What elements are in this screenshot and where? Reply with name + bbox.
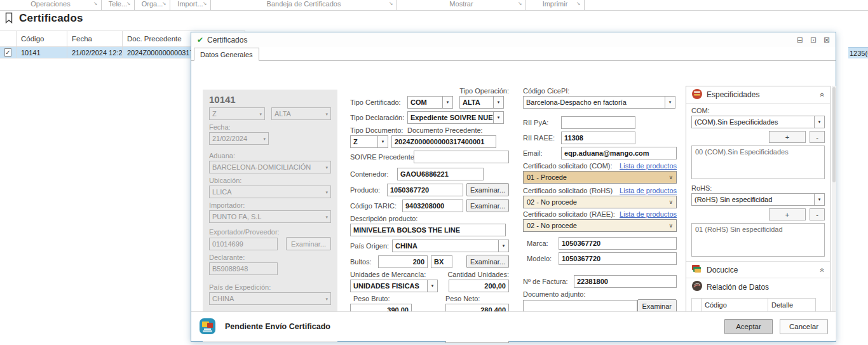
exportador-examinar-button[interactable]: Examinar... [286,237,331,250]
operacion-combo[interactable]: ALTA [271,107,331,120]
com-remove-button[interactable]: - [810,131,825,143]
cantidad-field[interactable]: 200,00 [449,280,509,292]
ubicacion-combo[interactable]: LLICA [209,186,331,198]
relacion-datos-header[interactable]: Relación de Datos [686,278,830,295]
ribbon-group-orga[interactable]: Orga... [135,0,170,10]
ribbon-group-label[interactable]: Operaciones [31,0,70,8]
group-launcher-icon[interactable] [125,1,132,7]
codigo-taric-field[interactable]: 9403208000 [402,200,463,212]
chevron-down-icon[interactable] [668,220,673,231]
marca-field[interactable]: 1050367720 [559,237,677,250]
rohs-combo[interactable]: (RoHS) Sin especificidad [691,193,825,206]
chevron-down-icon[interactable] [668,196,673,208]
modelo-field[interactable]: 1050367720 [559,252,677,265]
tipo-operacion-combo[interactable]: ALTA [459,96,504,109]
dropdown-arrow-icon[interactable] [325,211,328,222]
docucice-header[interactable]: Docucice « [686,261,830,278]
column-header-codigo[interactable]: Código [17,31,67,47]
dropdown-arrow-icon[interactable] [493,112,503,123]
ribbon-group-label[interactable]: Mostrar [449,0,473,8]
cicepi-combo[interactable]: Barcelona-Despacho en factoría [523,96,675,109]
column-header-fecha[interactable]: Fecha [67,31,123,47]
group-launcher-icon[interactable] [201,1,208,7]
ribbon-group-label[interactable]: Imprimir [543,0,568,8]
row-checkbox[interactable] [4,48,11,57]
cancelar-button[interactable]: Cancelar [780,319,828,334]
declarante-field[interactable]: B59088948 [209,262,278,275]
taric-examinar-button[interactable]: Examinar... [466,199,509,212]
rohs-add-button[interactable]: + [769,208,806,220]
minimize-button[interactable]: ⊟ [797,36,803,44]
group-launcher-icon[interactable] [388,1,394,7]
bultos-field[interactable]: 200 [378,255,428,268]
producto-examinar-button[interactable]: Examinar... [466,183,509,196]
collapse-chevron-icon[interactable]: « [819,93,827,97]
cert-com-combo[interactable]: 01 - Procede [523,171,677,184]
tipo-declaracion-combo[interactable]: Expediente SOIVRE NUEVO [407,111,504,124]
dropdown-arrow-icon[interactable] [665,97,675,108]
producto-field[interactable]: 1050367720 [387,184,463,196]
bultos-unidad-field[interactable]: BX [431,255,452,268]
rii-raee-field[interactable]: 11308 [561,132,635,144]
close-button[interactable]: ⊠ [824,36,830,44]
dropdown-arrow-icon[interactable] [442,97,452,108]
ribbon-group-label[interactable]: Import... [177,0,203,8]
dialog-title-bar[interactable]: ✔ Certificados ⊟ ⊡ ⊠ [191,32,836,47]
dropdown-arrow-icon[interactable] [325,186,328,198]
dropdown-arrow-icon[interactable] [259,108,262,119]
lista-productos-raee-link[interactable]: Lista de productos [620,210,677,218]
lista-productos-rohs-link[interactable]: Lista de productos [620,187,677,194]
ribbon-group-label[interactable]: Bandeja de Certificados [267,0,341,8]
chevron-down-icon[interactable] [668,172,673,183]
ribbon-group-label[interactable]: Orga... [142,0,163,8]
com-add-button[interactable]: + [769,131,806,143]
select-column-header[interactable] [0,31,17,47]
com-combo[interactable]: (COM).Sin Especificidades [691,116,825,128]
rii-pya-field[interactable] [561,116,635,129]
dropdown-arrow-icon[interactable] [263,133,266,144]
exportador-field[interactable]: 01014699 [209,238,278,250]
grid-column-detalle[interactable]: Detalle [768,299,816,312]
com-text-area[interactable]: 00 (COM).Sin Especificidades [691,145,825,179]
ribbon-group-operaciones[interactable]: Operaciones [0,0,102,10]
tipo-combo[interactable]: Z [209,107,265,120]
rohs-remove-button[interactable]: - [810,208,825,220]
ribbon-group-label[interactable]: Tele... [109,0,127,8]
group-launcher-icon[interactable] [92,1,98,7]
aduana-combo[interactable]: BARCELONA-DOMICILIACIÓN [209,161,331,173]
dropdown-arrow-icon[interactable] [377,136,388,147]
pais-origen-combo[interactable]: CHINA [392,240,509,252]
tipo-documento-combo[interactable]: Z [350,135,388,148]
dropdown-arrow-icon[interactable] [814,194,824,205]
dropdown-arrow-icon[interactable] [325,293,328,304]
pais-expedicion-combo[interactable]: CHINA [209,292,331,305]
dropdown-arrow-icon[interactable] [493,97,503,108]
dropdown-arrow-icon[interactable] [814,116,824,128]
ribbon-group-mostrar[interactable]: Mostrar [397,0,526,10]
documento-precedente-field[interactable]: 2024Z000000000317400001 [391,135,496,148]
tipo-certificado-combo[interactable]: COM [407,96,453,109]
especificidades-header[interactable]: Especificidades « [686,86,830,104]
group-launcher-icon[interactable] [575,1,581,7]
unidades-combo[interactable]: UNIDADES FISICAS [350,280,438,292]
ribbon-group-tele[interactable]: Tele... [102,0,135,10]
lista-productos-com-link[interactable]: Lista de productos [620,162,677,170]
collapse-chevron-icon[interactable]: « [819,267,827,272]
maximize-button[interactable]: ⊡ [810,36,817,44]
tab-datos-generales[interactable]: Datos Generales [194,48,259,61]
dropdown-arrow-icon[interactable] [427,280,437,292]
contenedor-field[interactable]: GAOU6886221 [397,168,484,180]
grid-column-codigo[interactable]: Código [702,299,768,312]
ribbon-group-bandeja[interactable]: Bandeja de Certificados [211,0,397,10]
descripcion-field[interactable]: MINIVELETA BOLSOS THE LINE [350,224,506,236]
adjunto-examinar-button[interactable]: Examinar [637,299,677,313]
group-launcher-icon[interactable] [161,1,167,7]
ribbon-group-imprimir[interactable]: Imprimir [526,0,585,10]
table-row-right-fragment[interactable]: 1235(CO [848,47,868,58]
bultos-examinar-button[interactable]: Examinar... [466,255,509,268]
email-field[interactable]: eqp.aduana@mango.com [561,147,677,159]
vertical-scrollbar[interactable] [832,86,836,341]
ribbon-group-import[interactable]: Import... [170,0,211,10]
factura-field[interactable]: 22381800 [574,275,677,288]
dropdown-arrow-icon[interactable] [325,161,328,173]
